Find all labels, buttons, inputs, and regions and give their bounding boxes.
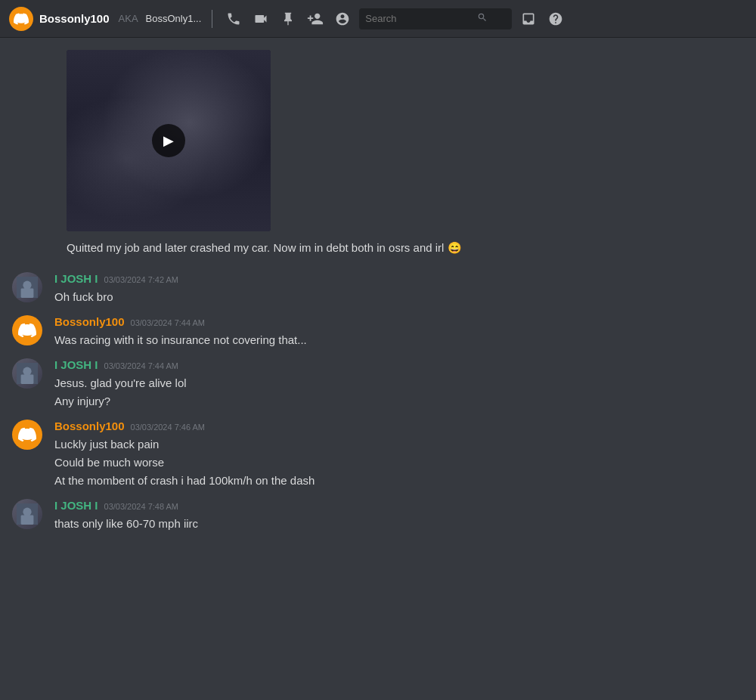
avatar: [12, 272, 42, 302]
message-author: I JOSH I: [54, 272, 98, 285]
add-friend-icon[interactable]: [305, 8, 326, 29]
discord-icon: [18, 321, 36, 339]
bossonly-avatar: [12, 420, 42, 450]
video-thumbnail[interactable]: ▶: [67, 50, 271, 231]
message-row: I JOSH I 03/03/2024 7:44 AM Jesus. glad …: [12, 352, 744, 413]
message-content: Luckly just back pain Could be much wors…: [54, 435, 744, 490]
svg-point-2: [23, 281, 31, 290]
play-button[interactable]: ▶: [152, 124, 185, 157]
message-header: I JOSH I 03/03/2024 7:44 AM: [54, 358, 744, 371]
message-content: Jesus. glad you're alive lol Any injury?: [54, 374, 744, 410]
message-content: Was racing with it so insurance not cove…: [54, 331, 744, 349]
standalone-text: Quitted my job and later crashed my car.…: [67, 241, 462, 254]
svg-point-5: [23, 367, 31, 376]
message-line: thats only like 60-70 mph iirc: [54, 515, 744, 533]
message-timestamp: 03/03/2024 7:48 AM: [104, 502, 178, 511]
search-input[interactable]: [365, 13, 471, 24]
user-profile-icon[interactable]: [332, 8, 353, 29]
message-line: Was racing with it so insurance not cove…: [54, 331, 744, 349]
message-timestamp: 03/03/2024 7:42 AM: [104, 275, 178, 284]
message-header: Bossonly100 03/03/2024 7:46 AM: [54, 420, 744, 432]
chat-content: ▶ Quitted my job and later crashed my ca…: [0, 38, 756, 700]
help-icon[interactable]: [545, 8, 566, 29]
message-body: Bossonly100 03/03/2024 7:46 AM Luckly ju…: [54, 420, 744, 490]
pin-icon[interactable]: [277, 8, 299, 29]
video-call-icon[interactable]: [250, 8, 271, 29]
message-author: Bossonly100: [54, 420, 125, 432]
message-timestamp: 03/03/2024 7:44 AM: [131, 318, 205, 327]
message-body: I JOSH I 03/03/2024 7:42 AM Oh fuck bro: [54, 272, 744, 306]
avatar: [12, 358, 42, 389]
avatar: [12, 499, 42, 529]
josh-avatar-img: [12, 358, 42, 389]
video-container: ▶: [12, 50, 744, 231]
bossonly-avatar: [12, 315, 42, 345]
message-body: I JOSH I 03/03/2024 7:44 AM Jesus. glad …: [54, 358, 744, 410]
standalone-message: Quitted my job and later crashed my car.…: [12, 239, 744, 257]
josh-avatar-img: [12, 272, 42, 302]
message-content: thats only like 60-70 mph iirc: [54, 515, 744, 533]
topbar-divider: [212, 10, 212, 28]
topbar-aka-name: BossOnly1...: [146, 13, 202, 24]
message-author: Bossonly100: [54, 315, 125, 328]
topbar-username: Bossonly100: [39, 12, 110, 25]
message-row: I JOSH I 03/03/2024 7:48 AM thats only l…: [12, 493, 744, 536]
message-row: I JOSH I 03/03/2024 7:42 AM Oh fuck bro: [12, 266, 744, 309]
call-icon[interactable]: [223, 8, 244, 29]
avatar: [12, 315, 42, 345]
message-timestamp: 03/03/2024 7:44 AM: [104, 361, 178, 370]
message-line: At the mombent of crash i had 100km/h on…: [54, 472, 744, 490]
message-row: Bossonly100 03/03/2024 7:44 AM Was racin…: [12, 309, 744, 352]
svg-point-8: [23, 508, 31, 516]
message-author: I JOSH I: [54, 358, 98, 371]
message-line: Could be much worse: [54, 454, 744, 472]
message-body: I JOSH I 03/03/2024 7:48 AM thats only l…: [54, 499, 744, 533]
search-bar[interactable]: [359, 8, 512, 29]
discord-icon: [18, 426, 36, 444]
avatar: [12, 420, 42, 450]
svg-rect-4: [21, 374, 34, 384]
user-avatar-topbar: [9, 7, 33, 31]
svg-rect-1: [21, 288, 34, 298]
topbar: Bossonly100 AKA BossOnly1...: [0, 0, 756, 38]
josh-avatar-img: [12, 499, 42, 529]
message-timestamp: 03/03/2024 7:46 AM: [131, 423, 205, 432]
message-line: Jesus. glad you're alive lol: [54, 374, 744, 392]
message-body: Bossonly100 03/03/2024 7:44 AM Was racin…: [54, 315, 744, 349]
discord-logo-icon: [14, 11, 29, 26]
message-header: Bossonly100 03/03/2024 7:44 AM: [54, 315, 744, 328]
message-header: I JOSH I 03/03/2024 7:48 AM: [54, 499, 744, 512]
message-content: Oh fuck bro: [54, 288, 744, 306]
message-line: Luckly just back pain: [54, 435, 744, 454]
message-author: I JOSH I: [54, 499, 98, 512]
message-line: Any injury?: [54, 392, 744, 410]
message-row: Bossonly100 03/03/2024 7:46 AM Luckly ju…: [12, 413, 744, 493]
message-header: I JOSH I 03/03/2024 7:42 AM: [54, 272, 744, 285]
svg-rect-7: [21, 515, 34, 525]
inbox-icon[interactable]: [518, 8, 539, 29]
search-icon: [477, 12, 488, 25]
message-line: Oh fuck bro: [54, 288, 744, 306]
topbar-aka-label: AKA: [119, 13, 138, 24]
